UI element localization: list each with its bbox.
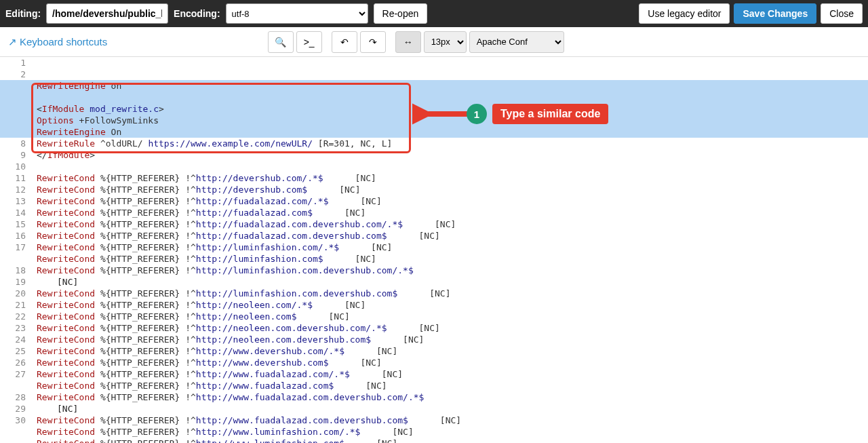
keyboard-shortcuts-label: Keyboard shortcuts <box>20 36 107 47</box>
close-button[interactable]: Close <box>821 3 863 24</box>
undo-icon: ↶ <box>340 37 349 47</box>
syntax-select[interactable]: Apache Conf <box>469 31 564 53</box>
code-editor[interactable]: 1234567891011121314151617 18192021222324… <box>0 57 868 443</box>
keyboard-shortcuts-link[interactable]: ↗ Keyboard shortcuts <box>8 36 107 48</box>
redo-icon: ↷ <box>369 37 377 47</box>
search-icon: 🔍 <box>275 37 286 47</box>
editing-label: Editing: <box>5 8 41 19</box>
encoding-select[interactable]: utf-8 <box>226 3 368 24</box>
font-size-select[interactable]: 13px <box>424 31 467 53</box>
secondary-toolbar: ↗ Keyboard shortcuts 🔍 >_ ↶ ↷ ↔ 13px Apa… <box>0 27 868 57</box>
redo-button[interactable]: ↷ <box>360 31 386 53</box>
undo-button[interactable]: ↶ <box>332 31 357 53</box>
external-link-icon: ↗ <box>8 36 17 48</box>
top-toolbar: Editing: Encoding: utf-8 Re-open Use leg… <box>0 0 868 27</box>
terminal-icon: >_ <box>304 37 315 47</box>
encoding-label: Encoding: <box>174 8 220 19</box>
legacy-editor-button[interactable]: Use legacy editor <box>639 3 730 24</box>
search-button[interactable]: 🔍 <box>268 31 294 53</box>
wrap-icon: ↔ <box>403 37 413 47</box>
wrap-button[interactable]: ↔ <box>395 31 421 53</box>
file-path-input[interactable] <box>46 3 168 24</box>
save-button[interactable]: Save Changes <box>734 3 816 24</box>
terminal-button[interactable]: >_ <box>296 31 322 53</box>
code-content[interactable]: RewriteEngine on<IfModule mod_rewrite.c>… <box>33 80 868 443</box>
line-gutter: 1234567891011121314151617 18192021222324… <box>0 57 33 443</box>
reopen-button[interactable]: Re-open <box>374 3 428 24</box>
